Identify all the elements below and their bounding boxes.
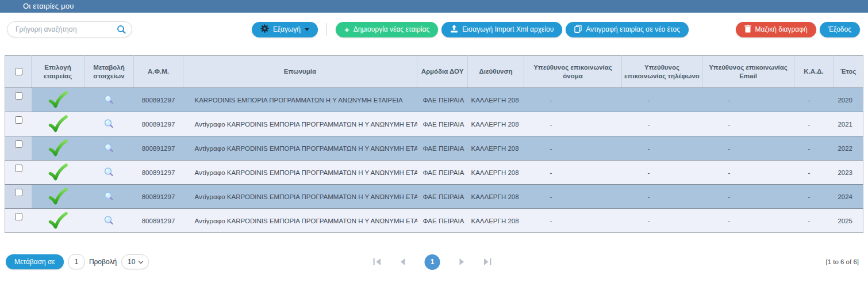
toolbar: Εξαγωγή + Δημιουργία νέας εταιρίας Εισαγ… — [7, 21, 860, 38]
row-checkbox[interactable] — [15, 189, 22, 196]
contact-phone-cell: - — [622, 185, 702, 209]
contact-phone-cell: - — [622, 88, 702, 112]
select-company-cell — [32, 136, 85, 161]
edit-company-cell — [85, 209, 134, 233]
afm-cell: 800891297 — [134, 88, 183, 112]
company-selected-check-icon[interactable] — [48, 96, 68, 103]
export-button[interactable]: Εξαγωγή — [252, 22, 318, 37]
window-title-bar: Οι εταιρίες μου — [0, 0, 868, 13]
contact-name-cell: - — [524, 112, 622, 136]
company-name-cell: Αντίγραφο KARPODINIS ΕΜΠΟΡΙΑ ΠΡΟΓΡΑΜΜΑΤΩ… — [183, 161, 417, 185]
footer-left-controls: Μετάβαση σε Προβολή 10 — [6, 254, 149, 269]
row-checkbox-cell — [5, 209, 32, 233]
company-name-cell: Αντίγραφο KARPODINIS ΕΜΠΟΡΙΑ ΠΡΟΓΡΑΜΜΑΤΩ… — [183, 209, 417, 233]
previous-page-button[interactable] — [400, 258, 406, 266]
contact-email-cell: - — [702, 209, 794, 233]
company-name-cell: Αντίγραφο KARPODINIS ΕΜΠΟΡΙΑ ΠΡΟΓΡΑΜΜΑΤΩ… — [183, 185, 417, 209]
edit-magnifier-icon[interactable] — [103, 169, 114, 176]
contact-name-cell: - — [524, 88, 622, 112]
first-page-button[interactable] — [373, 258, 382, 266]
address-cell: ΚΑΛΛΕΡΓΗ 208 — [468, 161, 524, 185]
address-cell: ΚΑΛΛΕΡΓΗ 208 — [468, 209, 524, 233]
year-cell: 2023 — [834, 161, 863, 185]
contact-email-cell: - — [702, 112, 794, 136]
row-checkbox-cell — [5, 136, 32, 161]
bulk-delete-label: Μαζική διαγραφή — [755, 25, 808, 33]
pagination-footer: Μετάβαση σε Προβολή 10 1 [1 to 6 of 6] — [6, 254, 859, 270]
edit-magnifier-icon[interactable] — [103, 120, 114, 127]
year-cell: 2022 — [834, 136, 863, 161]
header-address: Διεύθυνση — [468, 56, 524, 88]
toolbar-right-group: Μαζική διαγραφή Έξοδος — [736, 22, 860, 37]
company-name-cell: Αντίγραφο KARPODINIS ΕΜΠΟΡΙΑ ΠΡΟΓΡΑΜΜΑΤΩ… — [183, 112, 417, 136]
table-header-row: Επιλογή εταιρείας Μεταβολή στοιχείων Α.Φ… — [5, 56, 863, 88]
address-cell: ΚΑΛΛΕΡΓΗ 208 — [468, 88, 524, 112]
header-company-name: Επωνυμία — [183, 56, 417, 88]
header-contact-phone: Υπεύθυνος επικοινωνίας τηλέφωνο — [622, 56, 702, 88]
kad-cell: - — [794, 136, 834, 161]
goto-page-button[interactable]: Μετάβαση σε — [6, 254, 64, 269]
exit-button[interactable]: Έξοδος — [820, 22, 860, 37]
goto-page-input[interactable] — [68, 254, 85, 269]
copy-company-button[interactable]: Αντιγραφή εταιρίας σε νέο έτος — [566, 22, 689, 37]
header-contact-name: Υπεύθυνος επικοινωνίας όνομα — [524, 56, 622, 88]
header-year: Έτος — [834, 56, 863, 88]
select-company-cell — [32, 112, 85, 136]
chevron-down-icon — [305, 28, 309, 31]
row-checkbox[interactable] — [15, 213, 22, 220]
row-checkbox[interactable] — [15, 116, 22, 124]
next-page-button[interactable] — [459, 258, 466, 266]
table-row: 800891297 Αντίγραφο KARPODINIS ΕΜΠΟΡΙΑ Π… — [5, 136, 863, 161]
company-selected-check-icon[interactable] — [48, 120, 68, 127]
kad-cell: - — [794, 88, 834, 112]
copy-company-label: Αντιγραφή εταιρίας σε νέο έτος — [586, 25, 680, 33]
company-selected-check-icon[interactable] — [48, 217, 68, 224]
contact-phone-cell: - — [622, 161, 702, 185]
edit-magnifier-icon[interactable] — [103, 144, 114, 151]
edit-company-cell — [85, 185, 134, 209]
row-checkbox-cell — [5, 88, 32, 112]
create-company-button[interactable]: + Δημιουργία νέας εταιρίας — [336, 22, 438, 37]
row-checkbox-cell — [5, 161, 32, 185]
trash-icon — [744, 25, 751, 35]
kad-cell: - — [794, 161, 834, 185]
contact-name-cell: - — [524, 161, 622, 185]
last-page-button[interactable] — [483, 258, 492, 266]
contact-email-cell: - — [702, 185, 794, 209]
header-doy: Αρμόδια ΔΟΥ — [417, 56, 468, 88]
select-all-checkbox[interactable] — [15, 68, 22, 75]
create-company-label: Δημιουργία νέας εταιρίας — [354, 25, 429, 33]
kad-cell: - — [794, 209, 834, 233]
search-icon[interactable] — [117, 25, 126, 37]
import-xml-button[interactable]: Εισαγωγή Import Xml αρχείου — [441, 22, 562, 37]
companies-table-wrap: Επιλογή εταιρείας Μεταβολή στοιχείων Α.Φ… — [5, 55, 863, 233]
bulk-delete-button[interactable]: Μαζική διαγραφή — [736, 22, 816, 37]
page-size-select[interactable]: 10 — [121, 254, 149, 269]
company-selected-check-icon[interactable] — [48, 144, 68, 151]
company-selected-check-icon[interactable] — [48, 169, 68, 176]
company-selected-check-icon[interactable] — [48, 193, 68, 200]
export-button-label: Εξαγωγή — [273, 25, 301, 33]
year-cell: 2020 — [834, 88, 863, 112]
edit-magnifier-icon[interactable] — [103, 193, 114, 200]
page-title: Οι εταιρίες μου — [23, 2, 74, 10]
year-cell: 2025 — [834, 209, 863, 233]
row-checkbox[interactable] — [15, 165, 22, 172]
afm-cell: 800891297 — [134, 185, 183, 209]
select-company-cell — [32, 88, 85, 112]
select-company-cell — [32, 161, 85, 185]
record-range-text: [1 to 6 of 6] — [825, 258, 859, 265]
goto-page-label: Μετάβαση σε — [14, 258, 55, 266]
contact-name-cell: - — [524, 136, 622, 161]
edit-magnifier-icon[interactable] — [103, 217, 114, 224]
doy-cell: ΦΑΕ ΠΕΙΡΑΙΑ — [417, 88, 468, 112]
header-contact-email: Υπεύθυνος επικοινωνίας Email — [702, 56, 794, 88]
edit-magnifier-icon[interactable] — [103, 96, 114, 103]
company-name-cell: KARPODINIS ΕΜΠΟΡΙΑ ΠΡΟΓΡΑΜΜΑΤΩΝ Η Υ ΑΝΩΝ… — [183, 88, 417, 112]
row-checkbox[interactable] — [15, 140, 22, 148]
copy-icon — [574, 25, 582, 35]
search-input[interactable] — [7, 21, 132, 37]
row-checkbox[interactable] — [15, 92, 22, 100]
doy-cell: ΦΑΕ ΠΕΙΡΑΙΑ — [417, 112, 468, 136]
current-page-button[interactable]: 1 — [425, 254, 440, 270]
